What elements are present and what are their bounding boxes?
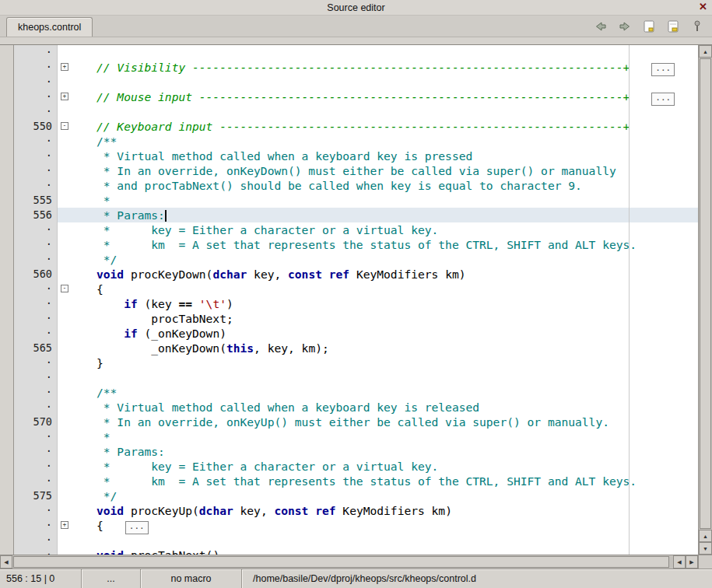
pin-icon[interactable] (689, 19, 704, 33)
code-line[interactable]: · if (_onKeyDown) (14, 326, 698, 341)
code-line[interactable]: 550-// Keyboard input ------------------… (14, 119, 698, 134)
save-as-icon[interactable] (665, 19, 680, 33)
code-line[interactable]: ·+{... (14, 518, 698, 533)
code-editor[interactable]: ··+// Visibility -----------------------… (14, 45, 698, 555)
code-line[interactable]: 555 * (14, 193, 698, 208)
code-text[interactable]: * Virtual method called when a keyboard … (96, 149, 698, 163)
code-line[interactable]: · (14, 75, 698, 89)
code-line[interactable]: · (14, 533, 698, 548)
scroll-up-button-bottom[interactable]: ▲ (699, 530, 712, 542)
scroll-left-button[interactable]: ◀ (0, 555, 12, 569)
code-line[interactable]: · if (key == '\t') (14, 296, 698, 311)
code-line[interactable]: · * and procTabNext() should be called w… (14, 178, 698, 193)
code-text[interactable]: _onKeyDown(this, key, km); (96, 341, 698, 355)
code-text[interactable] (96, 370, 698, 385)
back-arrow-icon[interactable] (593, 19, 608, 33)
scroll-up-button[interactable]: ▲ (699, 45, 712, 58)
code-text[interactable]: * key = Either a character or a virtual … (96, 222, 698, 237)
code-text[interactable]: void procTabNext() (96, 548, 698, 555)
vertical-scroll-thumb[interactable] (700, 58, 711, 529)
fold-column (58, 429, 96, 444)
code-line[interactable]: ·+// Visibility ------------------------… (14, 60, 698, 75)
vertical-scroll-track[interactable] (699, 58, 712, 530)
code-line[interactable]: ·void procKeyUp(dchar key, const ref Key… (14, 503, 698, 518)
code-text[interactable]: procTabNext; (96, 311, 698, 326)
code-line[interactable]: · (14, 104, 698, 119)
save-icon[interactable] (641, 19, 656, 33)
code-text[interactable]: } (96, 355, 698, 370)
fold-column (58, 385, 96, 400)
code-line[interactable]: · */ (14, 252, 698, 267)
fold-toggle-icon[interactable]: + (61, 93, 68, 100)
code-text[interactable]: */ (96, 252, 698, 267)
code-line[interactable]: · * km = A set that represents the statu… (14, 474, 698, 488)
fold-toggle-icon[interactable]: + (61, 521, 68, 529)
code-text[interactable]: * (96, 193, 698, 208)
code-line[interactable]: ·void procTabNext() (14, 548, 698, 555)
code-line[interactable]: · * Params: (14, 444, 698, 459)
code-text[interactable]: * In an override, onKeyDown() must eithe… (96, 163, 698, 178)
code-line[interactable]: 556 * Params: (14, 208, 698, 222)
code-text[interactable]: void procKeyDown(dchar key, const ref Ke… (96, 267, 698, 282)
close-icon[interactable]: ✕ (699, 1, 707, 12)
code-text[interactable]: { (96, 282, 698, 296)
code-line[interactable]: 570 * In an override, onKeyUp() must eit… (14, 415, 698, 429)
tab-kheops-control[interactable]: kheops.control (6, 17, 93, 37)
fold-column (58, 252, 96, 267)
scroll-right-button[interactable]: ▶ (686, 555, 698, 569)
code-text[interactable]: * Params: (96, 208, 698, 222)
code-text[interactable] (96, 45, 698, 60)
code-line[interactable]: · (14, 370, 698, 385)
fold-toggle-icon[interactable]: - (61, 122, 68, 130)
code-line[interactable]: · * Virtual method called when a keyboar… (14, 400, 698, 415)
code-text[interactable]: // Keyboard input ----------------------… (96, 119, 698, 134)
code-line[interactable]: · * (14, 429, 698, 444)
code-text[interactable]: * and procTabNext() should be called whe… (96, 178, 698, 193)
code-text[interactable]: * key = Either a character or a virtual … (96, 459, 698, 474)
code-text[interactable]: * In an override, onKeyUp() must either … (96, 415, 698, 429)
scroll-left-button-right[interactable]: ◀ (673, 555, 686, 569)
code-text[interactable] (96, 104, 698, 119)
code-text[interactable]: * (96, 429, 698, 444)
code-text[interactable]: // Mouse input -------------------------… (96, 89, 698, 104)
horizontal-scrollbar[interactable]: ◀ ◀ ▶ (0, 555, 712, 569)
code-line[interactable]: · * In an override, onKeyDown() must eit… (14, 163, 698, 178)
code-text[interactable]: * km = A set that represents the status … (96, 474, 698, 488)
code-line[interactable]: 560void procKeyDown(dchar key, const ref… (14, 267, 698, 282)
code-text[interactable] (96, 75, 698, 89)
code-line[interactable]: ·/** (14, 134, 698, 149)
code-line[interactable]: 565 _onKeyDown(this, key, km); (14, 341, 698, 355)
code-text[interactable]: void procKeyUp(dchar key, const ref KeyM… (96, 503, 698, 518)
code-line[interactable]: ·/** (14, 385, 698, 400)
code-text[interactable]: /** (96, 134, 698, 149)
fold-toggle-icon[interactable]: + (61, 63, 68, 71)
forward-arrow-icon[interactable] (617, 19, 632, 33)
code-line[interactable]: · * Virtual method called when a keyboar… (14, 149, 698, 163)
horizontal-scroll-thumb[interactable] (13, 556, 669, 568)
fold-column (58, 296, 96, 311)
code-text[interactable]: if (_onKeyDown) (96, 326, 698, 341)
code-text[interactable]: // Visibility --------------------------… (96, 60, 698, 75)
fold-toggle-icon[interactable]: - (61, 285, 68, 292)
horizontal-scroll-track[interactable] (12, 555, 673, 569)
code-line[interactable]: · procTabNext; (14, 311, 698, 326)
code-line[interactable]: · * key = Either a character or a virtua… (14, 222, 698, 237)
code-text[interactable]: * Virtual method called when a keyboard … (96, 400, 698, 415)
line-number: · (14, 326, 58, 341)
code-text[interactable]: */ (96, 488, 698, 503)
scroll-down-button[interactable]: ▼ (699, 542, 712, 555)
vertical-scrollbar[interactable]: ▲ ▲ ▼ (698, 45, 712, 555)
code-line[interactable]: · * key = Either a character or a virtua… (14, 459, 698, 474)
code-text[interactable]: * km = A set that represents the status … (96, 237, 698, 252)
code-line[interactable]: · (14, 45, 698, 60)
code-line[interactable]: ·+// Mouse input -----------------------… (14, 89, 698, 104)
code-text[interactable]: /** (96, 385, 698, 400)
code-line[interactable]: 575 */ (14, 488, 698, 503)
code-text[interactable]: if (key == '\t') (96, 296, 698, 311)
code-line[interactable]: · * km = A set that represents the statu… (14, 237, 698, 252)
code-text[interactable] (96, 533, 698, 548)
code-line[interactable]: ·} (14, 355, 698, 370)
code-line[interactable]: ·-{ (14, 282, 698, 296)
code-text[interactable]: * Params: (96, 444, 698, 459)
code-text[interactable]: {... (96, 518, 698, 533)
